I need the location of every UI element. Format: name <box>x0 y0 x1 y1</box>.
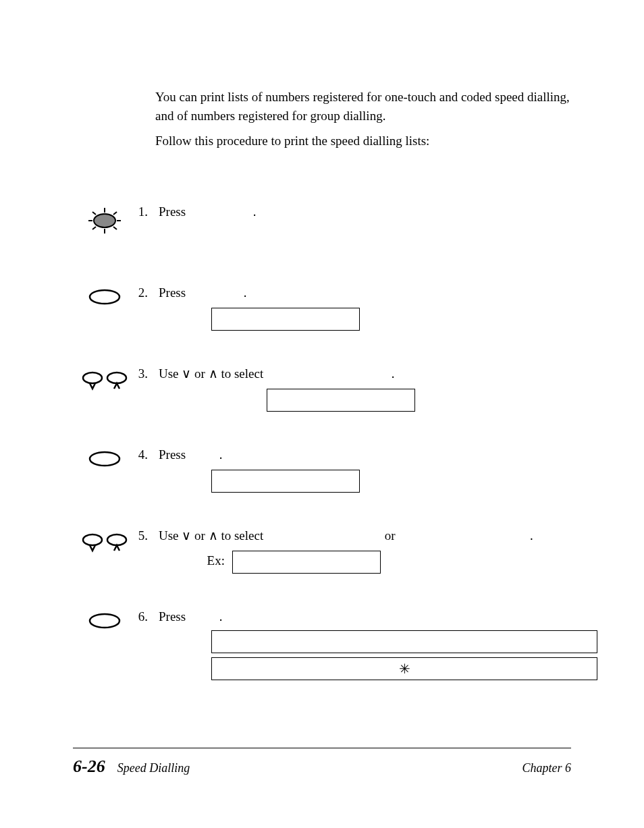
footer-title: Speed Dialling <box>117 759 190 777</box>
step-text-c: to select <box>218 528 264 543</box>
down-glyph: ∨ <box>182 366 191 381</box>
step-trail: . <box>253 204 257 219</box>
step-4: 4. Press . <box>78 445 597 503</box>
step-3: 3. Use ∨ or ∧ to select . <box>78 364 597 422</box>
svg-line-6 <box>113 212 117 215</box>
svg-point-9 <box>90 290 119 304</box>
step-text-a: Use <box>159 528 182 543</box>
arrow-buttons-icon <box>80 368 129 395</box>
display-box <box>211 630 597 653</box>
svg-line-8 <box>113 227 117 229</box>
display-box: ✳ <box>211 657 597 680</box>
step-2: 2. Press . <box>78 283 597 341</box>
up-glyph: ∧ <box>209 528 218 543</box>
step-number: 1. <box>132 202 152 221</box>
arrow-buttons-icon <box>80 530 129 557</box>
page-number: 6-26 <box>73 754 105 779</box>
svg-point-12 <box>90 452 119 466</box>
down-glyph: ∨ <box>182 528 191 543</box>
step-6: 6. Press . ✳ <box>78 607 597 688</box>
step-text: Press <box>159 285 186 300</box>
display-box <box>211 470 360 493</box>
step-number: 4. <box>132 445 152 464</box>
intro-paragraph-1: You can print lists of numbers registere… <box>155 88 574 125</box>
step-trail: . <box>392 366 395 381</box>
intro-paragraph-2: Follow this procedure to print the speed… <box>155 132 574 150</box>
step-text: Press <box>159 204 186 219</box>
footer-chapter: Chapter 6 <box>522 759 571 777</box>
button-icon <box>87 449 122 468</box>
svg-line-5 <box>92 212 96 215</box>
step-text: Press <box>159 447 186 462</box>
page-footer: 6-26 Speed Dialling Chapter 6 <box>73 748 571 779</box>
display-box <box>211 308 360 331</box>
step-trail: . <box>530 528 533 543</box>
button-icon <box>87 287 122 306</box>
step-5: 5. Use ∨ or ∧ to select or . Ex: <box>78 526 597 584</box>
display-box <box>267 389 415 412</box>
step-text-b: or <box>191 528 208 543</box>
up-glyph: ∧ <box>209 366 218 381</box>
svg-point-13 <box>83 534 102 545</box>
svg-point-10 <box>83 372 102 383</box>
step-mid: or <box>385 528 396 543</box>
ex-label: Ex: <box>202 551 225 570</box>
step-text-c: to select <box>218 366 264 381</box>
step-number: 5. <box>132 526 152 545</box>
step-trail: . <box>219 609 223 624</box>
step-number: 3. <box>132 364 152 383</box>
light-icon <box>84 206 125 235</box>
step-1: 1. Press . <box>78 202 597 260</box>
step-text: Press <box>159 609 186 624</box>
step-trail: . <box>244 285 247 300</box>
button-icon <box>87 611 122 630</box>
svg-line-7 <box>92 227 96 229</box>
step-number: 2. <box>132 283 152 302</box>
display-box <box>232 551 381 574</box>
step-number: 6. <box>132 607 152 626</box>
step-trail: . <box>219 447 223 462</box>
step-text-a: Use <box>159 366 182 381</box>
svg-point-0 <box>94 214 115 227</box>
svg-point-15 <box>90 614 119 628</box>
step-text-b: or <box>191 366 208 381</box>
